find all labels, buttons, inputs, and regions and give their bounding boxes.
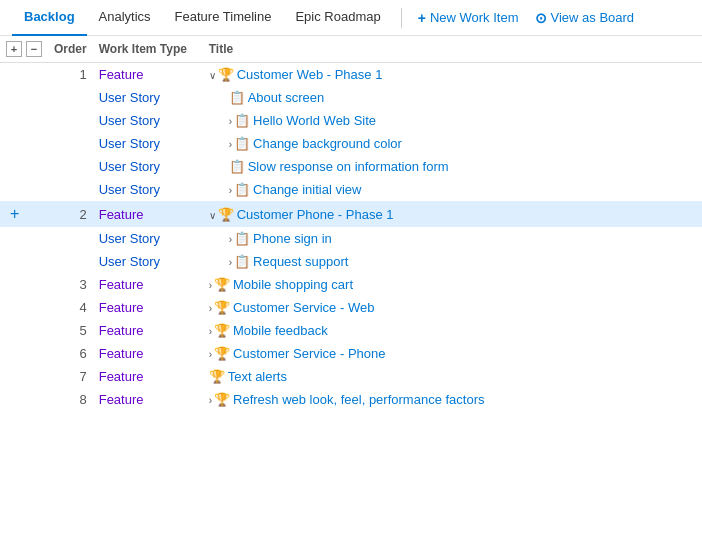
row-order: 6 <box>48 342 93 365</box>
row-title-link[interactable]: Hello World Web Site <box>253 113 376 128</box>
tab-analytics[interactable]: Analytics <box>87 0 163 36</box>
row-order <box>48 178 93 201</box>
row-chevron[interactable]: › <box>229 234 232 245</box>
row-order <box>48 250 93 273</box>
row-type: User Story <box>93 109 203 132</box>
row-order: 8 <box>48 388 93 411</box>
row-title-link[interactable]: Customer Service - Phone <box>233 346 385 361</box>
table-row: User Story📋Slow response on information … <box>0 155 702 178</box>
table-body: 1Feature∨ 🏆Customer Web - Phase 1User St… <box>0 63 702 412</box>
row-order <box>48 86 93 109</box>
board-icon: ⊙ <box>535 10 547 26</box>
row-type: User Story <box>93 155 203 178</box>
trophy-icon: 🏆 <box>214 323 230 338</box>
row-title-link[interactable]: Request support <box>253 254 348 269</box>
trophy-icon: 🏆 <box>218 207 234 222</box>
row-title-link[interactable]: Mobile shopping cart <box>233 277 353 292</box>
view-as-board-button[interactable]: ⊙ View as Board <box>527 0 643 36</box>
table-row: User Story📋About screen <box>0 86 702 109</box>
book-icon: 📋 <box>234 231 250 246</box>
row-chevron[interactable]: › <box>209 280 212 291</box>
row-expand-cell <box>0 86 48 109</box>
row-title-cell: › 🏆Mobile feedback <box>203 319 702 342</box>
row-title-link[interactable]: Refresh web look, feel, performance fact… <box>233 392 484 407</box>
row-type: Feature <box>93 63 203 87</box>
table-row: User Story› 📋Change initial view <box>0 178 702 201</box>
row-chevron[interactable]: › <box>229 116 232 127</box>
row-title-link[interactable]: Change initial view <box>253 182 361 197</box>
row-title-cell: ∨ 🏆Customer Phone - Phase 1 <box>203 201 702 227</box>
backlog-table: + − Order Work Item Type Title 1Feature∨… <box>0 36 702 411</box>
work-item-type-label: User Story <box>99 231 160 246</box>
work-item-type-label: User Story <box>99 182 160 197</box>
th-expand: + − <box>0 36 48 63</box>
add-row-button[interactable]: + <box>6 205 23 223</box>
top-nav: Backlog Analytics Feature Timeline Epic … <box>0 0 702 36</box>
collapse-all-icon[interactable]: − <box>26 41 42 57</box>
row-title-link[interactable]: Customer Phone - Phase 1 <box>237 207 394 222</box>
book-icon: 📋 <box>229 90 245 105</box>
row-title-cell: 📋Slow response on information form <box>203 155 702 178</box>
table-row: 5Feature› 🏆Mobile feedback <box>0 319 702 342</box>
th-order: Order <box>48 36 93 63</box>
work-item-type-label: Feature <box>99 277 144 292</box>
work-item-type-label: User Story <box>99 90 160 105</box>
row-type: Feature <box>93 273 203 296</box>
tab-backlog[interactable]: Backlog <box>12 0 87 36</box>
row-chevron[interactable]: › <box>209 395 212 406</box>
row-chevron[interactable]: ∨ <box>209 70 216 81</box>
work-item-type-label: Feature <box>99 346 144 361</box>
row-expand-cell <box>0 109 48 132</box>
table-row: 1Feature∨ 🏆Customer Web - Phase 1 <box>0 63 702 87</box>
row-title-link[interactable]: Slow response on information form <box>248 159 449 174</box>
row-title-link[interactable]: Phone sign in <box>253 231 332 246</box>
row-type: User Story <box>93 227 203 250</box>
row-title-link[interactable]: Customer Web - Phase 1 <box>237 67 383 82</box>
row-title-link[interactable]: Mobile feedback <box>233 323 328 338</box>
row-order <box>48 227 93 250</box>
view-as-board-label: View as Board <box>551 10 635 25</box>
row-title-cell: › 📋Change initial view <box>203 178 702 201</box>
work-item-type-label: Feature <box>99 67 144 82</box>
book-icon: 📋 <box>234 182 250 197</box>
row-title-link[interactable]: Text alerts <box>228 369 287 384</box>
row-title-link[interactable]: Change background color <box>253 136 402 151</box>
row-chevron[interactable]: › <box>229 185 232 196</box>
expand-all-icon[interactable]: + <box>6 41 22 57</box>
row-chevron[interactable]: › <box>229 257 232 268</box>
row-type: Feature <box>93 342 203 365</box>
tab-feature-timeline[interactable]: Feature Timeline <box>163 0 284 36</box>
row-title-cell: ∨ 🏆Customer Web - Phase 1 <box>203 63 702 87</box>
row-order <box>48 109 93 132</box>
row-order: 5 <box>48 319 93 342</box>
row-title-cell: › 🏆Refresh web look, feel, performance f… <box>203 388 702 411</box>
row-chevron[interactable]: › <box>209 303 212 314</box>
work-item-type-label: Feature <box>99 392 144 407</box>
row-order: 1 <box>48 63 93 87</box>
work-item-type-label: User Story <box>99 254 160 269</box>
row-expand-cell <box>0 250 48 273</box>
row-chevron[interactable]: ∨ <box>209 210 216 221</box>
table-row: +2Feature∨ 🏆Customer Phone - Phase 1 <box>0 201 702 227</box>
row-chevron[interactable]: › <box>209 349 212 360</box>
row-chevron[interactable]: › <box>209 326 212 337</box>
row-expand-cell <box>0 178 48 201</box>
row-chevron[interactable]: › <box>229 139 232 150</box>
row-title-cell: 🏆Text alerts <box>203 365 702 388</box>
trophy-icon: 🏆 <box>214 392 230 407</box>
plus-icon: + <box>418 10 426 26</box>
row-title-link[interactable]: Customer Service - Web <box>233 300 374 315</box>
new-work-item-button[interactable]: + New Work Item <box>410 0 527 36</box>
row-title-cell: 📋About screen <box>203 86 702 109</box>
table-row: User Story› 📋Change background color <box>0 132 702 155</box>
row-type: User Story <box>93 132 203 155</box>
row-title-cell: › 🏆Customer Service - Phone <box>203 342 702 365</box>
row-expand-cell: + <box>0 201 48 227</box>
row-order: 4 <box>48 296 93 319</box>
tab-epic-roadmap[interactable]: Epic Roadmap <box>283 0 392 36</box>
row-title-link[interactable]: About screen <box>248 90 325 105</box>
row-title-cell: › 🏆Mobile shopping cart <box>203 273 702 296</box>
book-icon: 📋 <box>234 136 250 151</box>
trophy-icon: 🏆 <box>209 369 225 384</box>
table-row: 6Feature› 🏆Customer Service - Phone <box>0 342 702 365</box>
